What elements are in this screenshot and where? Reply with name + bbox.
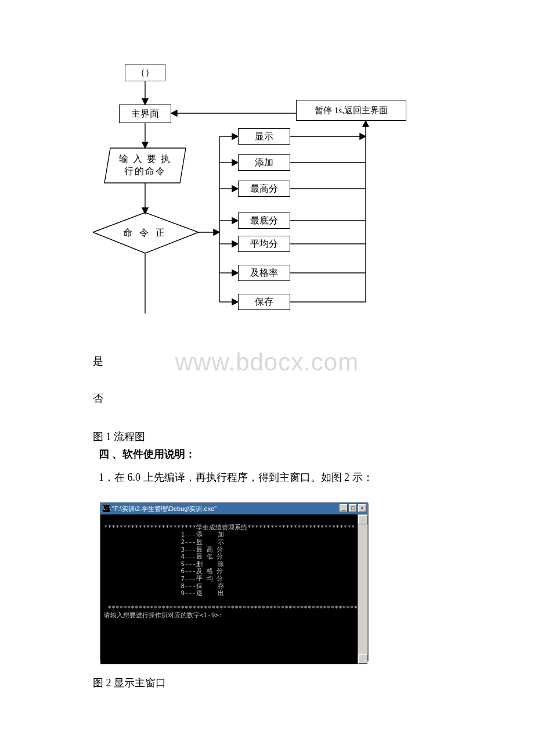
flow-start-label: （） xyxy=(136,67,154,79)
console-scrollbar[interactable]: ▴ ▾ xyxy=(358,514,367,664)
console-body: ************************学生成绩管理系统********… xyxy=(100,514,367,664)
flow-action-save: 保存 xyxy=(238,294,290,310)
flow-decision-diamond: 命 令 正 xyxy=(93,213,197,253)
flow-action-passrate: 及格率 xyxy=(238,265,290,281)
flow-main-ui-box: 主界面 xyxy=(119,105,171,123)
flow-action-add-label: 添加 xyxy=(255,157,273,169)
svg-marker-17 xyxy=(232,218,238,224)
flow-action-save-label: 保存 xyxy=(255,296,273,308)
label-yes: 是 xyxy=(93,354,103,368)
minimize-button[interactable]: _ xyxy=(340,504,348,512)
step-1-text: 1．在 6.0 上先编译，再执行程序，得到主窗口。如图 2 示： xyxy=(99,468,459,487)
svg-marker-1 xyxy=(142,99,148,105)
console-menu: 1---添 加 2---显 示 3---最 高 分 4---最 低 分 5---… xyxy=(104,531,224,597)
svg-marker-15 xyxy=(232,186,238,192)
flow-action-passrate-label: 及格率 xyxy=(250,267,278,279)
label-no: 否 xyxy=(93,391,103,405)
flow-action-highest-label: 最高分 xyxy=(250,183,278,195)
cmd-icon: C:\ xyxy=(103,505,110,512)
section-4-heading: 四 、软件使用说明： xyxy=(99,447,196,461)
svg-marker-8 xyxy=(214,229,219,235)
figure-2-caption: 图 2 显示主窗口 xyxy=(93,674,453,692)
console-header-line: ************************学生成绩管理系统********… xyxy=(104,524,355,531)
figure-1-caption: 图 1 流程图 xyxy=(93,427,453,446)
flow-action-average: 平均分 xyxy=(238,236,290,252)
flow-decision-label: 命 令 正 xyxy=(93,213,197,253)
svg-marker-11 xyxy=(232,134,238,139)
flow-action-average-label: 平均分 xyxy=(250,238,278,250)
flow-action-highest: 最高分 xyxy=(238,181,290,197)
flow-action-show-label: 显示 xyxy=(255,131,273,143)
maximize-button[interactable]: □ xyxy=(349,504,357,512)
console-window: C:\ "F:\实训\2.学生管理\Debug\实训.exe" _ □ × **… xyxy=(100,502,368,660)
svg-marker-25 xyxy=(360,134,366,139)
svg-marker-23 xyxy=(232,299,238,305)
flow-action-lowest: 最底分 xyxy=(238,213,290,229)
svg-marker-21 xyxy=(232,270,238,276)
flow-action-add: 添加 xyxy=(238,154,290,171)
flow-action-show: 显示 xyxy=(238,128,290,145)
svg-marker-19 xyxy=(232,241,238,247)
flow-start-box: （） xyxy=(125,64,165,81)
window-buttons: _ □ × xyxy=(340,504,366,512)
flow-input-parallelogram: 输 入 要 执 行的命令 xyxy=(104,148,186,183)
flow-pause-box: 暂停 1s,返回主界面 xyxy=(296,100,406,121)
console-titlebar: C:\ "F:\实训\2.学生管理\Debug\实训.exe" _ □ × xyxy=(100,503,367,514)
flow-action-lowest-label: 最底分 xyxy=(250,215,278,227)
flow-input-label: 输 入 要 执 行的命令 xyxy=(104,148,186,183)
flow-pause-label: 暂停 1s,返回主界面 xyxy=(315,105,388,116)
scroll-down-button[interactable]: ▾ xyxy=(358,654,367,664)
document-page: （） 主界面 暂停 1s,返回主界面 输 入 要 执 行的命令 命 令 正 显示… xyxy=(0,0,534,756)
svg-marker-13 xyxy=(232,160,238,165)
console-footer-line: ****************************************… xyxy=(104,604,367,612)
svg-marker-33 xyxy=(363,121,369,127)
watermark-text: www.bdocx.com xyxy=(0,348,534,376)
svg-marker-35 xyxy=(171,110,177,116)
console-prompt: 请输入您要进行操作所对应的数字<1-9>: xyxy=(104,611,223,619)
flow-main-ui-label: 主界面 xyxy=(131,108,159,120)
close-button[interactable]: × xyxy=(358,504,366,512)
flowchart-diagram: （） 主界面 暂停 1s,返回主界面 输 入 要 执 行的命令 命 令 正 显示… xyxy=(93,58,441,337)
scroll-up-button[interactable]: ▴ xyxy=(358,515,367,524)
console-title-text: "F:\实训\2.学生管理\Debug\实训.exe" xyxy=(112,505,217,513)
svg-marker-3 xyxy=(142,142,148,148)
